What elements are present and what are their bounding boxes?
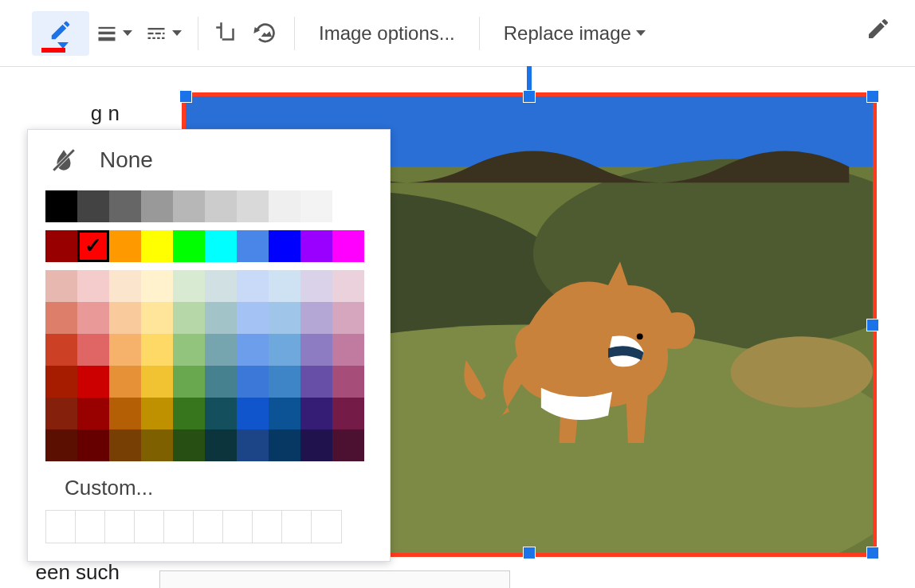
color-swatch[interactable] [269, 270, 300, 302]
color-swatch[interactable] [173, 190, 205, 222]
custom-color-slot[interactable] [76, 511, 105, 543]
color-swatch[interactable] [45, 230, 77, 262]
color-swatch[interactable] [269, 230, 300, 262]
resize-handle-mr[interactable] [866, 319, 879, 331]
custom-color-slot[interactable] [312, 511, 341, 543]
color-swatch[interactable] [205, 302, 237, 334]
color-swatch[interactable] [109, 334, 141, 366]
color-swatch[interactable] [269, 429, 300, 461]
color-swatch[interactable] [173, 270, 205, 302]
color-swatch[interactable] [77, 230, 109, 262]
custom-color-slot[interactable] [135, 511, 164, 543]
color-swatch[interactable] [300, 270, 332, 302]
color-swatch[interactable] [173, 398, 205, 429]
color-swatch[interactable] [269, 398, 300, 429]
color-swatch[interactable] [332, 230, 364, 262]
color-swatch[interactable] [269, 334, 300, 366]
replace-image-button[interactable]: Replace image [489, 11, 660, 56]
color-swatch[interactable] [45, 398, 77, 429]
color-swatch[interactable] [141, 230, 173, 262]
color-swatch[interactable] [173, 429, 205, 461]
color-swatch[interactable] [77, 398, 109, 429]
color-swatch[interactable] [45, 270, 77, 302]
color-swatch[interactable] [109, 429, 141, 461]
color-swatch[interactable] [141, 429, 173, 461]
color-swatch[interactable] [77, 334, 109, 366]
color-swatch[interactable] [109, 302, 141, 334]
resize-handle-tl[interactable] [179, 90, 192, 103]
color-swatch[interactable] [237, 302, 269, 334]
custom-color-slot[interactable] [194, 511, 223, 543]
color-swatch[interactable] [300, 334, 332, 366]
color-swatch[interactable] [141, 270, 173, 302]
color-swatch[interactable] [332, 366, 364, 398]
color-none-row[interactable]: None [45, 144, 372, 176]
resize-handle-br[interactable] [866, 547, 879, 559]
color-swatch[interactable] [45, 190, 77, 222]
color-swatch[interactable] [109, 270, 141, 302]
color-swatch[interactable] [205, 398, 237, 429]
color-swatch[interactable] [300, 398, 332, 429]
custom-color-slot[interactable] [223, 511, 253, 543]
color-swatch[interactable] [141, 398, 173, 429]
color-swatch[interactable] [173, 302, 205, 334]
color-swatch[interactable] [77, 302, 109, 334]
color-swatch[interactable] [109, 230, 141, 262]
color-swatch[interactable] [332, 190, 364, 222]
color-swatch[interactable] [332, 302, 364, 334]
color-swatch[interactable] [77, 190, 109, 222]
reset-image-button[interactable] [246, 11, 285, 56]
color-swatch[interactable] [269, 366, 300, 398]
color-swatch[interactable] [45, 366, 77, 398]
color-swatch[interactable] [205, 230, 237, 262]
color-swatch[interactable] [332, 270, 364, 302]
resize-handle-bm[interactable] [523, 547, 536, 559]
layout-panel[interactable] [159, 570, 510, 588]
color-swatch[interactable] [332, 334, 364, 366]
resize-handle-tm[interactable] [523, 90, 536, 103]
crop-button[interactable] [208, 11, 246, 56]
rotate-handle[interactable] [525, 66, 533, 90]
color-swatch[interactable] [141, 190, 173, 222]
color-swatch[interactable] [109, 398, 141, 429]
color-swatch[interactable] [300, 230, 332, 262]
color-swatch[interactable] [109, 190, 141, 222]
color-swatch[interactable] [141, 366, 173, 398]
resize-handle-tr[interactable] [866, 90, 879, 103]
color-swatch[interactable] [205, 270, 237, 302]
color-swatch[interactable] [300, 429, 332, 461]
color-swatch[interactable] [205, 190, 237, 222]
color-swatch[interactable] [237, 270, 269, 302]
color-swatch[interactable] [77, 270, 109, 302]
color-swatch[interactable] [173, 334, 205, 366]
color-swatch[interactable] [109, 366, 141, 398]
color-swatch[interactable] [237, 366, 269, 398]
color-swatch[interactable] [205, 366, 237, 398]
color-swatch[interactable] [332, 398, 364, 429]
edit-button[interactable] [866, 16, 891, 46]
image-options-button[interactable]: Image options... [304, 11, 469, 56]
border-weight-button[interactable] [89, 11, 139, 56]
color-swatch[interactable] [332, 429, 364, 461]
color-swatch[interactable] [77, 366, 109, 398]
custom-color-slot[interactable] [164, 511, 194, 543]
color-swatch[interactable] [237, 398, 269, 429]
color-swatch[interactable] [237, 190, 269, 222]
custom-color-slot[interactable] [282, 511, 312, 543]
color-swatch[interactable] [269, 190, 300, 222]
color-swatch[interactable] [45, 429, 77, 461]
custom-color-slot[interactable] [105, 511, 135, 543]
color-swatch[interactable] [269, 302, 300, 334]
color-swatch[interactable] [300, 366, 332, 398]
color-swatch[interactable] [141, 334, 173, 366]
color-swatch[interactable] [173, 230, 205, 262]
border-dash-button[interactable] [139, 11, 188, 56]
color-swatch[interactable] [237, 230, 269, 262]
color-swatch[interactable] [77, 429, 109, 461]
color-swatch[interactable] [300, 302, 332, 334]
border-color-button[interactable] [32, 11, 89, 56]
custom-color-slot[interactable] [253, 511, 282, 543]
color-swatch[interactable] [205, 334, 237, 366]
color-swatch[interactable] [45, 302, 77, 334]
color-swatch[interactable] [237, 334, 269, 366]
